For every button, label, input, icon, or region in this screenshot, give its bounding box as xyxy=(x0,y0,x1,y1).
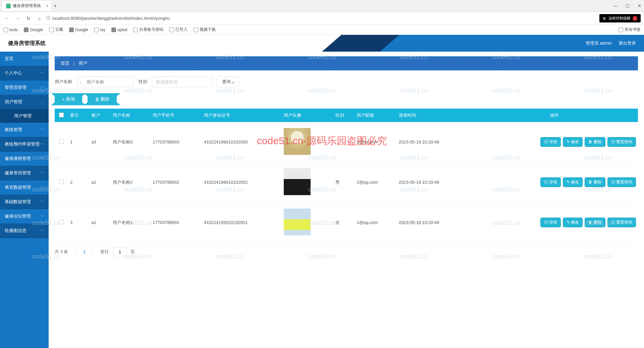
notification-dot xyxy=(633,16,637,21)
edit-button[interactable]: ✎ 修改 xyxy=(563,137,583,147)
chevron-down-icon: ﹀ xyxy=(41,85,44,90)
bookmark-item[interactable]: 宝藏 xyxy=(49,27,63,33)
home-icon[interactable]: ⌂ xyxy=(36,16,43,21)
folder-icon xyxy=(619,27,623,32)
browser-tab-bar: 健身房管理系统 × + — ☐ ✕ xyxy=(0,0,644,12)
row-delete-button[interactable]: 🗑 删除 xyxy=(585,177,605,187)
sidebar-item-home[interactable]: 首页 xyxy=(0,52,49,66)
bookmark-item[interactable]: Google xyxy=(69,27,88,32)
bookmarks-bar: tools Google 宝藏 Google txy uplod 共享账号密码 … xyxy=(0,25,644,35)
bookmark-item[interactable]: txy xyxy=(94,27,105,32)
cell-avatar xyxy=(282,122,333,162)
reset-password-button[interactable]: ▤ 重置密码 xyxy=(607,177,636,187)
browser-tab[interactable]: 健身房管理系统 × xyxy=(3,1,51,11)
table-row: 1a3用户名称3177037869034102241990101020033@q… xyxy=(55,122,638,162)
sidebar-item-booking[interactable]: 教练预约申请管理﹀ xyxy=(0,137,49,152)
bookmark-item[interactable]: tools xyxy=(3,27,18,32)
row-delete-button[interactable]: 🗑 删除 xyxy=(585,218,605,227)
cell-avatar xyxy=(282,162,333,202)
cell-index: 2 xyxy=(68,162,90,202)
sidebar-item-page[interactable]: 单页数据管理﹀ xyxy=(0,180,49,195)
chevron-down-icon: ﹀ xyxy=(41,214,44,219)
forward-icon[interactable]: → xyxy=(14,16,21,21)
logout-link[interactable]: 退出登录 xyxy=(619,40,636,46)
cell-idcard: 410224199010102002 xyxy=(202,162,282,202)
col-phone: 用户手机号 xyxy=(151,109,202,122)
close-icon[interactable]: × xyxy=(46,4,48,8)
gender-select[interactable]: 请选择性别 xyxy=(152,76,212,87)
delete-button[interactable]: 🗑 删除 xyxy=(88,93,117,105)
search-icon: ⌕ xyxy=(232,79,235,84)
reset-password-button[interactable]: ▤ 重置密码 xyxy=(607,218,636,227)
detail-button[interactable]: ▤ 详情 xyxy=(540,177,561,187)
chevron-down-icon: ﹀ xyxy=(41,171,44,175)
admin-label[interactable]: 管理员 admin xyxy=(586,40,612,46)
tab-title: 健身房管理系统 xyxy=(13,3,41,9)
bookmark-item[interactable]: 共享账号密码 xyxy=(133,27,163,33)
cell-idcard: 410224199010102003 xyxy=(202,122,282,162)
url-text: localhost:8080/jianshenfanggl/admin/dist… xyxy=(52,16,170,21)
sidebar-item-admin[interactable]: 管理员管理﹀ xyxy=(0,80,49,95)
sidebar-item-coach[interactable]: 教练管理﹀ xyxy=(0,123,49,137)
all-bookmarks[interactable]: 所有书签 xyxy=(619,27,641,33)
sidebar-item-personal[interactable]: 个人中心﹀ xyxy=(0,66,49,80)
breadcrumb-home[interactable]: 首页 xyxy=(61,61,69,66)
cell-account: a2 xyxy=(90,162,111,202)
username-input[interactable] xyxy=(77,76,134,87)
cell-gender xyxy=(333,122,355,162)
col-checkbox[interactable] xyxy=(55,109,68,122)
back-icon[interactable]: ← xyxy=(3,16,11,21)
pagination: 共 3 条 〈 1 〉 前往 页 xyxy=(55,247,638,256)
cell-email: 2@qq.com xyxy=(355,162,397,202)
sidebar-item-forum[interactable]: 健身论坛管理﹀ xyxy=(0,209,49,224)
col-gender: 性别 xyxy=(333,109,355,122)
breadcrumb-current: 用户 xyxy=(78,61,87,66)
prev-page-icon[interactable]: 〈 xyxy=(72,249,76,255)
folder-icon xyxy=(94,27,99,32)
cell-index: 3 xyxy=(68,202,90,243)
bookmark-item[interactable]: 已导入 xyxy=(169,27,187,33)
cell-account: a1 xyxy=(90,202,111,243)
avatar xyxy=(284,128,311,155)
edit-button[interactable]: ✎ 修改 xyxy=(563,177,583,187)
row-checkbox[interactable] xyxy=(59,139,64,144)
next-page-icon[interactable]: 〉 xyxy=(92,249,96,255)
bookmark-item[interactable]: Google xyxy=(24,27,43,32)
sidebar-item-carousel[interactable]: 轮播图信息﹀ xyxy=(0,224,49,238)
row-checkbox[interactable] xyxy=(59,220,64,224)
reset-password-button[interactable]: ▤ 重置密码 xyxy=(607,137,636,147)
chevron-down-icon: ﹀ xyxy=(41,71,44,75)
url-box[interactable]: ⓘ localhost:8080/jianshenfanggl/admin/di… xyxy=(46,15,596,21)
close-window-icon[interactable]: ✕ xyxy=(638,3,641,8)
sidebar-item-user[interactable]: 用户管理︿ xyxy=(0,95,49,109)
minimize-icon[interactable]: — xyxy=(613,3,618,8)
cell-time: 2023-05-19 10:20:49 xyxy=(397,122,471,162)
add-button[interactable]: + 新增 xyxy=(55,93,82,105)
table-row: 2a2用户名称217703786902410224199010102002男2@… xyxy=(55,162,638,202)
search-button[interactable]: 查询 ⌕ xyxy=(217,76,240,87)
sidebar-item-news[interactable]: 健身资讯管理﹀ xyxy=(0,166,49,180)
sidebar-item-course[interactable]: 健身课程管理﹀ xyxy=(0,152,49,166)
reload-icon[interactable]: ↻ xyxy=(25,16,32,21)
cell-username: 用户名称2 xyxy=(111,162,151,202)
edit-button[interactable]: ✎ 修改 xyxy=(563,218,583,227)
col-username: 用户名称 xyxy=(111,109,151,122)
cell-phone: 17703786901 xyxy=(151,202,202,243)
sidebar-subitem-user[interactable]: 用户管理 xyxy=(0,109,49,123)
new-tab-button[interactable]: + xyxy=(54,3,57,9)
row-checkbox[interactable] xyxy=(59,179,64,184)
detail-button[interactable]: ▤ 详情 xyxy=(540,218,561,227)
user-table: 索引 账户 用户名称 用户手机号 用户身份证号 用户头像 性别 用户邮箱 添加时… xyxy=(55,109,638,243)
folder-icon xyxy=(194,27,198,32)
maximize-icon[interactable]: ☐ xyxy=(626,3,630,8)
search-icon: ⌕ xyxy=(79,79,82,84)
remote-control-badge[interactable]: ⛨ 远程控制提醒 xyxy=(599,14,641,22)
page-number[interactable]: 1 xyxy=(80,249,88,254)
sidebar-item-basedata[interactable]: 基础数据管理﹀ xyxy=(0,195,49,209)
bookmark-item[interactable]: uplod xyxy=(111,27,127,32)
detail-button[interactable]: ▤ 详情 xyxy=(540,137,561,147)
row-delete-button[interactable]: 🗑 删除 xyxy=(585,137,605,147)
checkbox-all[interactable] xyxy=(59,113,64,117)
bookmark-item[interactable]: 视频下载 xyxy=(194,27,216,33)
goto-page-input[interactable] xyxy=(113,247,126,256)
